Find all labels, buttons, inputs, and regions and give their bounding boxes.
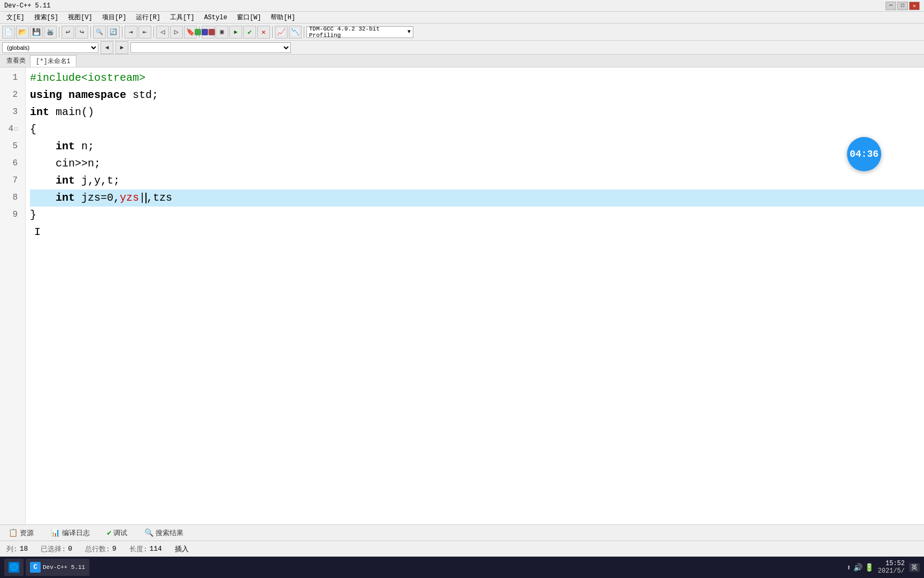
compiler-select[interactable]: TDM-GCC 4.9.2 32-bit Profiling ▼ [306,26,413,38]
total-value: 9 [112,545,117,553]
status-col: 列: 18 [6,544,28,554]
length-label: 长度: [129,544,148,554]
menu-astyle[interactable]: AStyle [200,13,232,22]
prev-button[interactable]: ◁ [156,26,169,39]
network-icon: ⬆ [846,563,851,572]
resources-icon: 📋 [9,528,18,537]
preprocessor-1: #include<iostream> [30,70,145,87]
code-line-5: int n; [30,138,924,155]
save-button[interactable] [30,26,43,39]
save-icon [32,28,41,36]
code-editor[interactable]: #include<iostream> using namespace std; … [26,67,924,524]
open-icon [18,28,27,36]
indent-button[interactable] [125,26,137,39]
separator-1 [59,26,59,38]
menu-search[interactable]: 搜索[S] [30,12,63,23]
system-tray-icons: ⬆ 🔊 🔋 [846,563,873,572]
search-results-icon: 🔍 [144,528,153,537]
edge-icon: 🌐 [9,562,19,573]
debug-label: 调试 [113,528,127,538]
menu-project[interactable]: 项目[P] [98,12,131,23]
code-line-8: int jzs=0,yzs|,tzs [30,189,924,207]
devcpp-label: Dev-C++ 5.11 [43,564,85,571]
line-num-1: 1 [0,70,21,87]
redo-button[interactable] [75,26,88,39]
tab-bar: 查看类 [*]未命名1 [0,55,924,67]
unindent-button[interactable] [138,26,151,39]
scope-next-button[interactable]: ▶ [116,41,128,54]
selected-value: 0 [68,545,72,553]
check-button[interactable]: ✔ [243,26,256,39]
volume-icon: 🔊 [853,563,863,572]
menu-window[interactable]: 窗口[W] [233,12,266,23]
col-value: 18 [20,545,28,553]
tab-debug[interactable]: ✔ 调试 [103,526,132,540]
undo-button[interactable] [61,26,74,39]
selected-label: 已选择: [41,544,66,554]
new-icon [4,28,13,36]
compile-button[interactable] [202,26,214,39]
keyword-int-main: int [30,104,49,121]
compiler-arrow: ▼ [407,29,411,35]
status-insert-mode: 插入 [175,544,189,554]
taskbar-edge[interactable]: 🌐 [4,559,24,576]
separator-3 [122,26,122,38]
code-line-7: int j,y,t; [30,172,924,189]
print-icon [47,28,54,35]
maximize-button[interactable]: □ [897,2,908,10]
run-single-button[interactable]: ▣ [215,26,228,39]
print-button[interactable] [44,26,57,39]
debug-run-button[interactable]: 📈 [275,26,288,39]
line-num-6: 6 [0,155,21,172]
line-number-gutter: 1 2 3 4□ 5 6 7 8 9 [0,67,26,524]
search-results-label: 搜索结果 [156,528,183,538]
next-button[interactable]: ▷ [170,26,183,39]
keyword-int-jyt: int [56,172,75,189]
scope-prev-button[interactable]: ◀ [101,41,113,54]
taskbar-devcpp[interactable]: C Dev-C++ 5.11 [26,559,89,576]
indent-icon [129,28,133,36]
compile-run-button[interactable]: ▶ [229,26,242,39]
menu-run[interactable]: 运行[R] [132,12,165,23]
find-button[interactable] [93,26,106,39]
tab-resources[interactable]: 📋 资源 [4,526,38,540]
line-num-7: 7 [0,172,21,189]
menu-view[interactable]: 视图[V] [64,12,97,23]
line-num-4: 4□ [0,121,21,138]
debug-run-icon: 📈 [277,28,286,36]
minimize-button[interactable]: ─ [886,2,896,10]
scope-select[interactable]: (globals) [2,42,98,53]
tab-search-results[interactable]: 🔍 搜索结果 [140,526,188,540]
new-button[interactable] [2,26,15,39]
code-line-6: cin>>n; [30,155,924,172]
menu-file[interactable]: 文[E] [2,12,29,23]
separator-7 [304,26,304,38]
profile-button[interactable]: 📉 [289,26,302,39]
open-button[interactable] [16,26,29,39]
resources-label: 资源 [20,528,34,538]
tab-unnamed1[interactable]: [*]未命名1 [30,55,76,67]
code-line-2: using namespace std; [30,87,924,104]
time-display: 15:52 [886,560,905,567]
undo-icon [66,27,70,36]
menu-tools[interactable]: 工具[T] [166,12,199,23]
devcpp-icon: C [30,562,41,573]
close-button[interactable]: ✕ [909,2,920,10]
func-select[interactable] [130,42,291,53]
window-controls: ─ □ ✕ [886,2,920,10]
title-bar: Dev-C++ 5.11 ─ □ ✕ [0,0,924,12]
tab-label: [*]未命名1 [36,57,71,66]
tab-compile-log[interactable]: 📊 编译日志 [47,526,94,540]
date-display: 2021/5/ [878,567,905,575]
total-label: 总行数: [85,544,110,554]
replace-button[interactable] [107,26,120,39]
replace-icon [110,28,117,35]
compile-log-label: 编译日志 [62,528,90,538]
status-bar: 列: 18 已选择: 0 总行数: 9 长度: 114 插入 [0,541,924,557]
col-label: 列: [6,544,18,554]
stop-button[interactable]: ✕ [257,26,270,39]
find-icon [96,28,103,35]
collapse-marker[interactable]: □ [14,125,18,134]
menu-help[interactable]: 帮助[H] [266,12,299,23]
toolbar: ◁ ▷ 🔖 ▣ ▶ ✔ ✕ 📈 📉 TDM-GCC 4.9.2 32-bit P… [0,24,924,41]
